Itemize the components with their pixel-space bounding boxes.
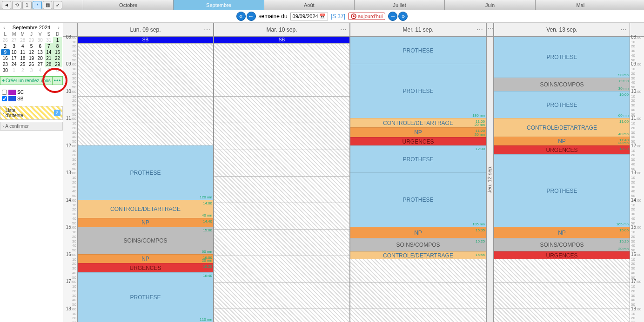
month-tab-mai[interactable]: Mai: [535, 0, 625, 10]
appointment-block[interactable]: SOINS/COMPOS15:0060 mn: [78, 227, 213, 254]
minical-day[interactable]: 30: [1, 67, 10, 73]
appointment-block[interactable]: URGENCES: [494, 251, 630, 260]
appointment-block[interactable]: PROTHESE: [350, 37, 486, 64]
minical-day[interactable]: 9: [1, 49, 10, 55]
create-appointment-btn[interactable]: + Créer un rendez-vous: [0, 76, 53, 85]
day-slots[interactable]: SBPROTHESEPROTHESE180 mnCONTROLE/DETARTR…: [350, 37, 486, 322]
appointment-block[interactable]: PROTHESE90 mn: [494, 37, 630, 78]
month-tab-octobre[interactable]: Octobre: [83, 0, 173, 10]
minical-day[interactable]: 21: [45, 55, 54, 61]
day-menu-btn[interactable]: ⋯: [476, 26, 483, 33]
appointment-block[interactable]: CONTROLE/DETARTRAGE11:0020 mn: [350, 118, 486, 127]
minical-day[interactable]: 20: [36, 55, 45, 61]
appointment-block[interactable]: NP15:05: [350, 227, 486, 237]
prev-month-btn[interactable]: «: [236, 12, 246, 21]
minical-day[interactable]: 13: [36, 49, 45, 55]
minical-day[interactable]: 1: [10, 67, 19, 73]
minical-day[interactable]: 29: [27, 37, 36, 43]
to-confirm-btn[interactable]: › A confirmer: [0, 122, 63, 131]
minical-day[interactable]: 16: [1, 55, 10, 61]
minical-day[interactable]: 18: [18, 55, 27, 61]
minical-day[interactable]: 12: [27, 49, 36, 55]
minical-day[interactable]: 8: [53, 43, 62, 49]
minical-day[interactable]: 26: [1, 37, 10, 43]
minical-day[interactable]: 14: [45, 49, 54, 55]
minical-day[interactable]: 15: [53, 49, 62, 55]
minical-next-btn[interactable]: ›: [56, 25, 61, 30]
legend-sc[interactable]: SC: [2, 90, 61, 95]
minical-day[interactable]: 1: [53, 37, 62, 43]
appointment-block[interactable]: SOINS/COMPOS15:25: [350, 238, 486, 251]
minical-day[interactable]: 31: [45, 37, 54, 43]
appointment-block[interactable]: NP16:0020 mn: [78, 254, 213, 263]
minical-day[interactable]: 4: [36, 67, 45, 73]
appointment-block[interactable]: URGENCES12:20: [494, 145, 630, 154]
minical-day[interactable]: 22: [53, 55, 62, 61]
minical-day[interactable]: 11: [18, 49, 27, 55]
expand-day-btn[interactable]: ⋯: [488, 25, 490, 32]
appointment-block[interactable]: NP14:40: [78, 218, 213, 227]
appointment-block[interactable]: URGENCES16:20: [78, 263, 213, 272]
next-week-btn[interactable]: →: [388, 12, 397, 21]
minical-day[interactable]: 3: [27, 67, 36, 73]
appointment-block[interactable]: NP11:4020 mn: [494, 137, 630, 145]
appointment-block[interactable]: CONTROLE/DETARTRAGE11:0040 mn: [494, 118, 630, 136]
month-tab-juin[interactable]: Juin: [444, 0, 535, 10]
minical-day[interactable]: 24: [10, 61, 19, 67]
today-btn[interactable]: aujourd'hui: [348, 13, 385, 20]
minical-day[interactable]: 30: [36, 37, 45, 43]
appointment-block[interactable]: SOINS/COMPOS15:2530 mn: [494, 238, 630, 251]
appointment-block[interactable]: NP15:05: [494, 227, 630, 237]
day-column-collapsed[interactable]: ⋯Jeu. 12 sep.: [486, 23, 494, 322]
minical-day[interactable]: 25: [18, 61, 27, 67]
minical-day[interactable]: 6: [53, 67, 62, 73]
minical-day[interactable]: 19: [27, 55, 36, 61]
minical-day[interactable]: 5: [27, 43, 36, 49]
appointment-block[interactable]: PROTHESE10:0060 mn: [494, 91, 630, 118]
legend-sb[interactable]: SB: [2, 96, 61, 101]
view-day-btn[interactable]: 1: [22, 1, 32, 9]
create-more-btn[interactable]: •••: [53, 76, 63, 85]
appointment-block[interactable]: NP11:2020 mn: [350, 127, 486, 138]
minical-day[interactable]: 28: [45, 61, 54, 67]
appointment-block[interactable]: PROTHESE120 mn: [78, 145, 213, 200]
appointment-block[interactable]: CONTROLE/DETARTRAGE15:55: [350, 251, 486, 260]
day-slots[interactable]: SB: [214, 37, 349, 322]
legend-sb-checkbox[interactable]: [2, 96, 7, 101]
view-refresh-btn[interactable]: ⟲: [12, 1, 21, 9]
month-tab-juillet[interactable]: Juillet: [354, 0, 444, 10]
legend-sc-checkbox[interactable]: [2, 90, 7, 95]
minical-day[interactable]: 2: [1, 43, 10, 49]
minical-day[interactable]: 7: [45, 43, 54, 49]
minical-day[interactable]: 28: [18, 37, 27, 43]
minical-day[interactable]: 29: [53, 61, 62, 67]
day-menu-btn[interactable]: ⋯: [340, 26, 347, 33]
month-tab-août[interactable]: Août: [264, 0, 354, 10]
appointment-block[interactable]: URGENCES: [350, 137, 486, 145]
appointment-block[interactable]: PROTHESE12:00: [350, 145, 486, 172]
minical-day[interactable]: 27: [10, 37, 19, 43]
appointment-block[interactable]: PROTHESE180 mn: [350, 64, 486, 118]
appointment-block[interactable]: CONTROLE/DETARTRAGE14:0040 mn: [78, 200, 213, 218]
day-menu-btn[interactable]: ⋯: [204, 26, 210, 33]
appointment-block[interactable]: PROTHESE165 mn: [494, 154, 630, 227]
minical-day[interactable]: 3: [10, 43, 19, 49]
minical-day[interactable]: 6: [36, 43, 45, 49]
appointment-block[interactable]: SOINS/COMPOS09:3030 mn: [494, 78, 630, 91]
view-expand-btn[interactable]: ⤢: [53, 1, 62, 9]
appointment-block[interactable]: PROTHESE16:40110 mn: [78, 272, 213, 322]
minical-day[interactable]: 17: [10, 55, 19, 61]
prev-week-btn[interactable]: ←: [247, 12, 256, 21]
day-slots[interactable]: SBPROTHESE90 mnSOINS/COMPOS09:3030 mnPRO…: [494, 37, 630, 322]
nav-back-btn[interactable]: ◄: [2, 1, 11, 9]
next-month-btn[interactable]: »: [398, 12, 408, 21]
view-week-btn[interactable]: 7: [33, 1, 42, 9]
view-month-btn[interactable]: ▦: [43, 1, 52, 9]
minical-day[interactable]: 4: [18, 43, 27, 49]
day-menu-btn[interactable]: ⋯: [620, 26, 627, 33]
minical-day[interactable]: 10: [10, 49, 19, 55]
minical-day[interactable]: 27: [36, 61, 45, 67]
waiting-list-btn[interactable]: › Listed'attente 3: [0, 106, 63, 120]
minical-day[interactable]: 23: [1, 61, 10, 67]
month-tab-septembre[interactable]: Septembre: [173, 0, 263, 10]
